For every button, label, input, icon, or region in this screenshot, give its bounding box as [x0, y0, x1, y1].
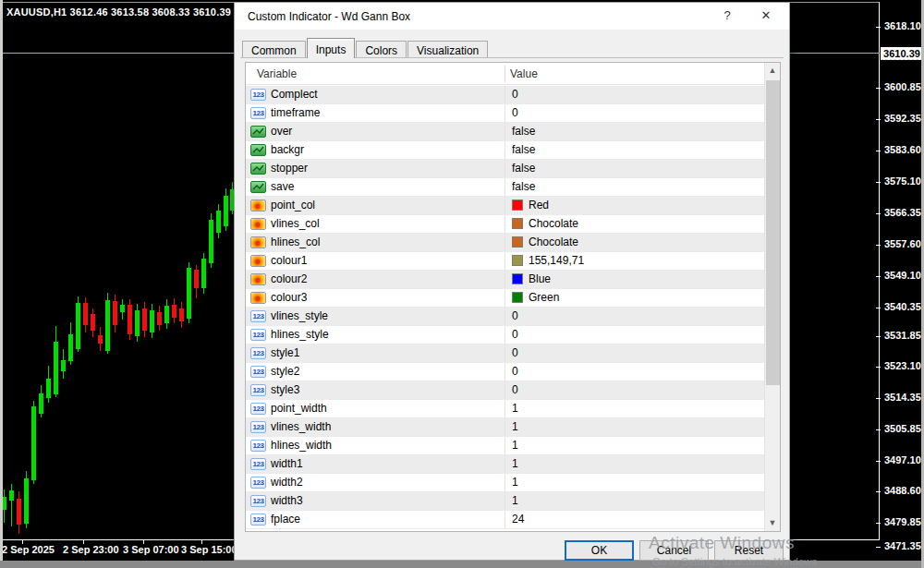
candlestick [216, 211, 221, 233]
table-row[interactable]: 123vlines_style0 [246, 308, 764, 326]
close-icon[interactable]: ✕ [756, 8, 776, 25]
value-cell[interactable]: 0 [505, 86, 764, 103]
value-text: Chocolate [529, 217, 578, 230]
table-row[interactable]: hlines_colChocolate [246, 234, 764, 252]
value-cell[interactable]: false [505, 160, 764, 177]
table-row[interactable]: 123point_width1 [246, 400, 764, 418]
value-cell[interactable]: 0 [505, 104, 764, 122]
table-row[interactable]: 123Complect0 [246, 86, 764, 104]
value-cell[interactable]: 0 [505, 381, 764, 399]
table-row[interactable]: savefalse [246, 178, 764, 197]
value-cell[interactable]: false [505, 178, 764, 196]
table-row[interactable]: 123timeframe0 [246, 104, 764, 123]
value-cell[interactable]: 1 [505, 400, 764, 417]
scroll-down-icon[interactable]: ▼ [765, 515, 780, 531]
value-cell[interactable]: Chocolate [505, 215, 764, 233]
dialog-title: Custom Indicator - Wd Gann Box [248, 10, 410, 23]
value-cell[interactable]: 155,149,71 [505, 252, 764, 270]
variable-cell: backgr [246, 141, 505, 159]
candlestick [31, 406, 36, 480]
candlestick [201, 259, 206, 288]
table-row[interactable]: 123hlines_style0 [246, 326, 764, 344]
table-row[interactable]: colour3Green [246, 289, 764, 308]
tab-colors[interactable]: Colors [356, 41, 407, 58]
table-row[interactable]: vlines_colChocolate [246, 215, 764, 234]
price-tick [876, 491, 881, 492]
table-row[interactable]: 123width31 [246, 492, 764, 511]
value-cell[interactable]: Chocolate [505, 234, 764, 251]
reset-button[interactable]: Reset [714, 540, 784, 561]
variable-cell: 123width3 [246, 492, 505, 510]
value-cell[interactable]: Blue [505, 271, 764, 288]
variable-cell: 123style1 [246, 344, 505, 362]
variable-cell: 123width1 [246, 455, 505, 473]
scrollbar-thumb[interactable] [766, 80, 780, 385]
table-row[interactable]: 123style10 [246, 344, 764, 363]
value-cell[interactable]: Green [505, 289, 764, 307]
cancel-button[interactable]: Cancel [639, 540, 709, 561]
table-row[interactable]: backgrfalse [246, 141, 764, 160]
value-cell[interactable]: 0 [505, 326, 764, 344]
table-row[interactable]: 123hlines_width1 [246, 437, 764, 455]
table-row[interactable]: 123style20 [246, 363, 764, 381]
time-axis-label: 2 Sep 2025 [2, 544, 55, 555]
candlestick [172, 305, 176, 318]
variable-name: backgr [271, 141, 304, 159]
table-row[interactable]: 123style30 [246, 381, 764, 400]
value-cell[interactable]: false [505, 123, 764, 140]
table-row[interactable]: colour1155,149,71 [246, 252, 764, 271]
table-row[interactable]: stopperfalse [246, 160, 764, 178]
value-text: 1 [512, 494, 518, 507]
table-row[interactable]: overfalse [246, 123, 764, 141]
value-cell[interactable]: 24 [505, 511, 764, 528]
price-axis-label: 3488.60 [884, 485, 921, 496]
variable-name: vlines_col [271, 215, 320, 233]
candlestick [157, 312, 162, 325]
scroll-up-icon[interactable]: ▲ [765, 63, 780, 79]
table-row[interactable]: 123width21 [246, 474, 764, 492]
value-cell[interactable]: 1 [505, 474, 764, 491]
header-separator [505, 66, 505, 82]
tab-inputs[interactable]: Inputs [307, 38, 356, 58]
table-row[interactable]: point_colRed [246, 197, 764, 215]
scrollbar[interactable]: ▲ ▼ [764, 63, 780, 531]
help-button[interactable]: ? [717, 8, 737, 25]
tab-common[interactable]: Common [242, 41, 306, 58]
dialog-titlebar[interactable]: Custom Indicator - Wd Gann Box ? ✕ [235, 3, 789, 30]
value-cell[interactable]: 0 [505, 344, 764, 362]
ok-button[interactable]: OK [565, 540, 634, 561]
value-cell[interactable]: 0 [505, 363, 764, 381]
value-cell[interactable]: 1 [505, 437, 764, 454]
table-row[interactable]: 123vlines_width1 [246, 418, 764, 437]
candlestick [113, 301, 117, 325]
candlestick [209, 220, 213, 263]
variable-cell: colour2 [246, 271, 505, 288]
candlestick [98, 335, 103, 344]
price-axis-label: 3566.35 [884, 207, 921, 218]
table-row[interactable]: colour2Blue [246, 271, 764, 289]
variable-cell: 123style2 [246, 363, 505, 381]
value-cell[interactable]: Red [505, 197, 764, 214]
value-text: 0 [512, 88, 518, 101]
table-row[interactable]: 123width11 [246, 455, 764, 474]
color-type-icon [250, 292, 266, 304]
numeric-type-icon: 123 [250, 89, 266, 101]
tab-visualization[interactable]: Visualization [407, 41, 488, 58]
variable-name: timeframe [271, 104, 320, 122]
table-row[interactable]: 123fplace24 [246, 511, 764, 529]
color-type-icon [250, 218, 266, 230]
variable-cell: point_col [246, 197, 505, 214]
value-cell[interactable]: false [505, 141, 764, 159]
numeric-type-icon: 123 [250, 329, 266, 341]
value-cell[interactable]: 0 [505, 308, 764, 325]
variable-name: colour2 [271, 271, 307, 288]
variable-name: style2 [271, 363, 299, 381]
variable-name: width2 [271, 474, 303, 491]
value-cell[interactable]: 1 [505, 455, 764, 473]
numeric-type-icon: 123 [250, 477, 266, 489]
price-axis-label: 3497.10 [884, 454, 921, 465]
value-cell[interactable]: 1 [505, 418, 764, 436]
value-cell[interactable]: 1 [505, 492, 764, 510]
variable-name: point_width [271, 400, 327, 417]
variable-name: point_col [271, 197, 315, 214]
